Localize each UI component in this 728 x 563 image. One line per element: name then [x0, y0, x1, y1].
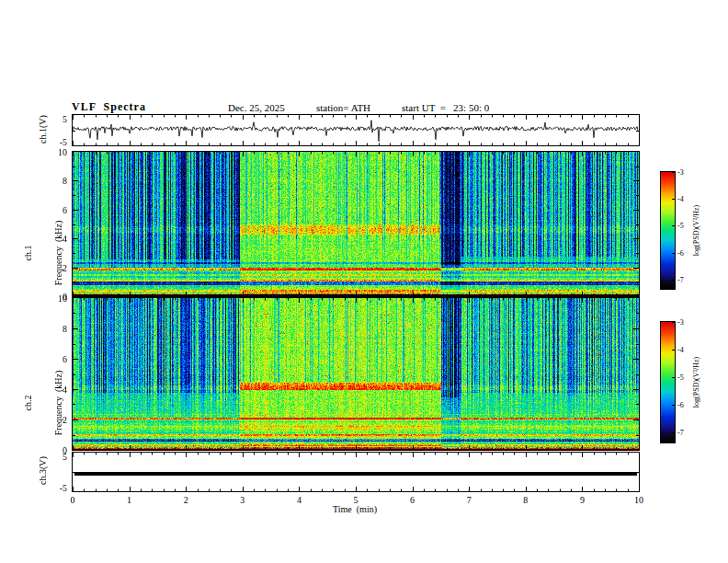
volt-tick-label: -5: [60, 483, 67, 493]
colorbar-tick-label: -4: [677, 346, 684, 354]
freq-tick-label: 6: [63, 204, 67, 214]
volt-tick-label: 5: [63, 452, 67, 462]
freq-tick-label: 6: [63, 354, 67, 364]
ch1-spectrogram-canvas: [73, 152, 639, 296]
vlf-spectra-figure: VLF Spectra Dec. 25, 2025 station= ATH s…: [0, 0, 728, 563]
freq-tick-label: 8: [63, 324, 67, 334]
colorbar-tick-label: -7: [677, 429, 684, 437]
time-tick-label: 9: [580, 495, 585, 505]
colorbar-tick-label: -4: [677, 195, 684, 203]
freq-tick-label: 8: [63, 176, 67, 186]
ch3-waveform-canvas: [73, 453, 639, 491]
freq-tick-label: 2: [63, 415, 67, 425]
ch2-axis-channel: ch.2: [23, 320, 33, 486]
figure-title: VLF Spectra: [72, 100, 146, 114]
freq-tick-label: 10: [58, 147, 67, 157]
ch2-colorbar-canvas: [661, 322, 675, 442]
ch3-voltage-axis-label: ch.3(V): [38, 407, 48, 535]
colorbar-tick-label: -7: [677, 275, 684, 283]
colorbar-tick-label: -3: [677, 318, 684, 327]
ch2-spectrogram-panel: [72, 297, 640, 451]
ch1-waveform-canvas: [73, 115, 639, 145]
date-label: Dec. 25, 2025: [228, 102, 285, 113]
ch1-frequency-axis-label: ch.1 Frequency (kHz): [3, 170, 84, 336]
freq-tick-label: 10: [58, 293, 67, 304]
time-tick-label: 8: [523, 495, 528, 505]
freq-tick-label: 4: [63, 234, 67, 244]
colorbar-tick-label: -3: [677, 168, 684, 177]
freq-tick-label: 4: [63, 385, 67, 395]
ch1-colorbar-canvas: [661, 172, 675, 289]
volt-tick-label: 5: [63, 114, 67, 124]
station-label: station= ATH: [316, 102, 370, 113]
time-tick-label: 6: [410, 495, 415, 505]
colorbar2-axis-label: log(PSD)(V²/Hz): [691, 327, 701, 438]
ch1-axis-channel: ch.1: [23, 170, 33, 336]
freq-tick-label: 2: [63, 262, 67, 272]
time-tick-label: 7: [467, 495, 472, 505]
ch2-colorbar: [660, 321, 676, 443]
colorbar-tick-label: -5: [677, 373, 684, 382]
ch3-waveform-panel: [72, 452, 640, 492]
volt-tick-label: -5: [60, 137, 67, 147]
colorbar1-axis-label: log(PSD)(V²/Hz): [691, 176, 701, 286]
ch1-spectrogram-panel: [72, 151, 640, 297]
time-tick-label: 1: [127, 495, 131, 505]
time-tick-label: 10: [634, 495, 643, 505]
ch1-axis-name: Frequency (kHz): [53, 170, 63, 336]
time-tick-label: 2: [184, 495, 188, 505]
ch2-spectrogram-canvas: [73, 298, 639, 450]
time-tick-label: 5: [354, 495, 358, 505]
time-tick-label: 3: [240, 495, 245, 505]
colorbar-tick-label: -5: [677, 222, 684, 230]
ch1-waveform-panel: [72, 114, 640, 146]
start-ut-label: start UT = 23: 50: 0: [402, 102, 489, 113]
ch1-colorbar: [660, 171, 676, 290]
colorbar-tick-label: -6: [677, 248, 684, 257]
time-tick-label: 0: [71, 495, 75, 505]
time-axis-label: Time (min): [333, 504, 377, 514]
colorbar-tick-label: -6: [677, 401, 684, 409]
time-tick-label: 4: [297, 495, 301, 505]
